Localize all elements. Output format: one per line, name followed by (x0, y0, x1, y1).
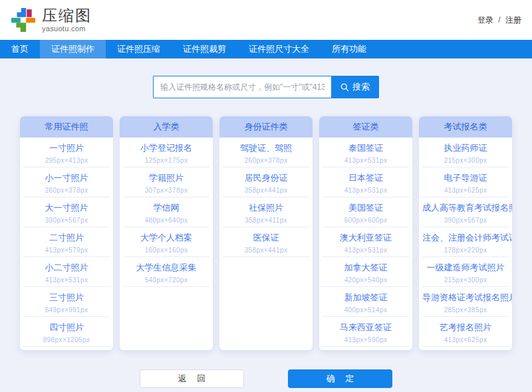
spec-item[interactable]: 电子导游证413px×625px (422, 167, 509, 197)
spec-item[interactable]: 小一寸照片260px×378px (23, 167, 110, 197)
login-link[interactable]: 登录 (477, 15, 493, 25)
spec-size: 413px×531px (323, 157, 409, 164)
register-link[interactable]: 注册 (505, 15, 521, 25)
category-items: 小学登记报名125px×175px学籍照片307px×378px学信网480px… (120, 138, 213, 350)
category-title: 考试报名类 (419, 116, 512, 138)
spec-name: 泰国签证 (323, 142, 409, 154)
spec-name: 导游资格证考试报名照片 (422, 292, 509, 304)
spec-item[interactable]: 医保证358px×441px (223, 227, 309, 257)
brand-name: 压缩图 (42, 8, 92, 23)
spec-size: 413px×531px (323, 246, 409, 254)
spec-name: 新加坡签证 (323, 292, 409, 304)
search-button-label: 搜索 (352, 81, 370, 93)
spec-item[interactable]: 艺考报名照片413px×625px (422, 317, 509, 347)
spec-item[interactable]: 小二寸照片413px×531px (23, 257, 110, 287)
nav-tab[interactable]: 证件照制作 (40, 40, 106, 58)
spec-name: 日本签证 (323, 172, 409, 184)
spec-item[interactable]: 导游资格证考试报名照片285px×385px (422, 287, 509, 317)
search-bar: 搜索 (153, 76, 379, 98)
spec-item[interactable]: 马来西亚签证413px×590px (323, 317, 409, 347)
spec-item[interactable]: 注会、注册会计师考试证件178px×220px (422, 227, 509, 257)
search-input[interactable] (153, 76, 331, 98)
spec-item[interactable]: 二寸照片413px×579px (23, 227, 110, 257)
auth-separator: / (498, 15, 500, 25)
spec-name: 四寸照片 (23, 322, 110, 334)
spec-item[interactable]: 成人高等教育考试报名照片390px×567px (422, 197, 509, 227)
spec-size: 215px×300px (422, 157, 509, 164)
spec-item[interactable]: 新加坡签证400px×514px (323, 287, 409, 317)
spec-item[interactable]: 小学登记报名125px×175px (123, 138, 209, 167)
spec-name: 三寸照片 (23, 292, 110, 304)
search-icon (340, 83, 349, 92)
spec-item[interactable]: 一级建造师考试照片215px×300px (422, 257, 509, 287)
category-title: 身份证件类 (219, 116, 313, 138)
spec-item[interactable]: 大一寸照片390px×567px (23, 197, 110, 227)
spec-item[interactable]: 加拿大签证420px×540px (323, 257, 409, 287)
spec-item[interactable]: 执业药师证215px×300px (422, 138, 509, 167)
spec-size: 413px×590px (323, 336, 409, 343)
nav-tab[interactable]: 首页 (0, 40, 40, 58)
spec-item[interactable]: 一寸照片295px×413px (23, 138, 110, 167)
spec-item[interactable]: 美国签证600px×600px (323, 197, 409, 227)
spec-size: 260px×378px (23, 187, 110, 194)
category-cards: 常用证件照一寸照片295px×413px小一寸照片260px×378px大一寸照… (20, 116, 512, 350)
spec-name: 一寸照片 (23, 142, 110, 154)
spec-size: 358px×411px (223, 217, 309, 224)
spec-name: 加拿大签证 (323, 262, 409, 274)
spec-item[interactable]: 四寸照片898px×1205px (23, 317, 110, 347)
category-title: 签证类 (319, 116, 412, 138)
spec-size: 295px×413px (23, 157, 110, 164)
spec-item[interactable]: 大学个人档案160px×160px (123, 227, 209, 257)
spec-size: 420px×540px (323, 276, 409, 284)
spec-name: 大学个人档案 (123, 232, 209, 244)
category-card: 签证类泰国签证413px×531px日本签证413px×531px美国签证600… (319, 116, 412, 350)
category-items: 执业药师证215px×300px电子导游证413px×625px成人高等教育考试… (419, 138, 512, 350)
brand-text: 压缩图 yasuotu.com (42, 8, 92, 33)
nav-tab[interactable]: 证件照尺寸大全 (237, 40, 321, 58)
spec-item[interactable]: 日本签证413px×531px (323, 167, 409, 197)
spec-size: 390px×567px (422, 217, 509, 224)
spec-name: 社保照片 (223, 202, 309, 214)
spec-size: 260px×378px (223, 157, 309, 164)
nav-tab[interactable]: 证件照压缩 (106, 40, 172, 58)
spec-name: 电子导游证 (422, 172, 509, 184)
spec-size: 413px×625px (422, 336, 509, 343)
main-nav: 首页证件照制作证件照压缩证件照裁剪证件照尺寸大全所有功能 (0, 40, 532, 58)
spec-name: 艺考报名照片 (422, 322, 509, 334)
spec-item[interactable]: 居民身份证358px×441px (223, 167, 309, 197)
spec-name: 医保证 (223, 232, 309, 244)
spec-size: 540px×720px (123, 276, 209, 284)
spec-item[interactable]: 三寸照片649px×991px (23, 287, 110, 317)
spec-size: 413px×531px (323, 187, 409, 194)
spec-size: 413px×531px (23, 276, 110, 284)
category-title: 入学类 (120, 116, 213, 138)
spec-size: 160px×160px (123, 246, 209, 254)
spec-size: 215px×300px (422, 276, 509, 284)
spec-size: 400px×514px (323, 306, 409, 314)
spec-name: 执业药师证 (422, 142, 509, 154)
spec-item[interactable]: 泰国签证413px×531px (323, 138, 409, 167)
spec-name: 美国签证 (323, 202, 409, 214)
spec-item[interactable]: 学信网480px×640px (123, 197, 209, 227)
spec-name: 小二寸照片 (23, 262, 110, 274)
spec-name: 注会、注册会计师考试证件 (422, 232, 509, 244)
nav-tab[interactable]: 所有功能 (321, 40, 378, 58)
spec-name: 小一寸照片 (23, 172, 110, 184)
nav-tab[interactable]: 证件照裁剪 (172, 40, 237, 58)
spec-item[interactable]: 澳大利亚签证413px×531px (323, 227, 409, 257)
spec-name: 二寸照片 (23, 232, 110, 244)
category-items: 一寸照片295px×413px小一寸照片260px×378px大一寸照片390p… (20, 138, 113, 350)
spec-size: 178px×220px (422, 246, 509, 254)
search-button[interactable]: 搜索 (331, 76, 379, 98)
back-button[interactable]: 返 回 (140, 369, 244, 388)
spec-item[interactable]: 大学生信息采集540px×720px (123, 257, 209, 287)
spec-item[interactable]: 驾驶证、驾照260px×378px (223, 138, 309, 167)
spec-size: 649px×991px (23, 306, 110, 314)
spec-item[interactable]: 社保照片358px×411px (223, 197, 309, 227)
confirm-button[interactable]: 确 定 (288, 369, 392, 388)
spec-size: 898px×1205px (23, 336, 110, 343)
brand-logo[interactable]: 压缩图 yasuotu.com (11, 7, 92, 33)
spec-name: 大一寸照片 (23, 202, 110, 214)
spec-item[interactable]: 学籍照片307px×378px (123, 167, 209, 197)
category-card: 入学类小学登记报名125px×175px学籍照片307px×378px学信网48… (120, 116, 213, 350)
